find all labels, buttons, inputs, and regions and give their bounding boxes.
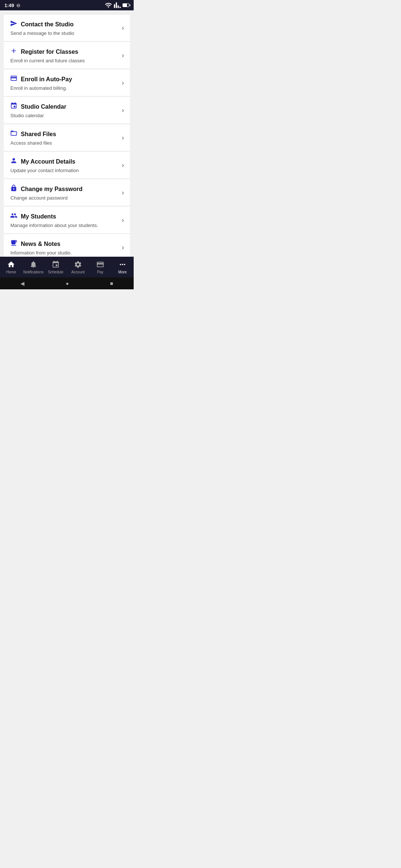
menu-item-left-my-account-details: My Account Details Update your contact i… [10, 157, 122, 173]
recents-button[interactable]: ■ [110, 280, 113, 286]
menu-item-icon-shared-files [10, 129, 18, 139]
menu-item-title-text-studio-calendar: Studio Calendar [21, 103, 66, 110]
nav-item-account[interactable]: Account [67, 257, 89, 277]
android-nav-bar: ◀ ● ■ [0, 277, 134, 289]
status-time: 1:49 [4, 3, 14, 8]
nav-label-home: Home [6, 270, 16, 274]
menu-item-title-my-account-details: My Account Details [10, 157, 122, 166]
menu-item-icon-my-students [10, 212, 18, 221]
menu-item-shared-files[interactable]: Shared Files Access shared files › [4, 124, 130, 151]
menu-item-contact-studio[interactable]: Contact the Studio Send a message to the… [4, 14, 130, 42]
nav-icon-pay [96, 260, 104, 270]
menu-item-chevron-studio-calendar: › [122, 106, 124, 114]
menu-item-chevron-register-classes: › [122, 52, 124, 59]
menu-item-title-text-change-password: Change my Password [21, 186, 82, 193]
menu-item-register-classes[interactable]: Register for Classes Enroll in current a… [4, 42, 130, 69]
menu-item-left-my-students: My Students Manage information about you… [10, 212, 122, 228]
menu-item-chevron-my-account-details: › [122, 161, 124, 169]
menu-item-chevron-shared-files: › [122, 134, 124, 142]
menu-item-title-change-password: Change my Password [10, 184, 122, 194]
nav-item-more[interactable]: More [111, 257, 134, 277]
menu-item-icon-enroll-autopay [10, 75, 18, 84]
menu-item-icon-news-notes [10, 239, 18, 249]
menu-item-title-enroll-autopay: Enroll in Auto-Pay [10, 75, 122, 84]
menu-item-icon-studio-calendar [10, 102, 18, 111]
nav-label-account: Account [71, 270, 85, 274]
menu-item-chevron-enroll-autopay: › [122, 79, 124, 87]
menu-item-title-text-register-classes: Register for Classes [21, 49, 78, 55]
menu-item-subtitle-change-password: Change account password [10, 195, 122, 201]
menu-item-studio-calendar[interactable]: Studio Calendar Studio calendar › [4, 97, 130, 124]
menu-item-title-text-enroll-autopay: Enroll in Auto-Pay [21, 76, 72, 83]
main-content: Contact the Studio Send a message to the… [0, 10, 134, 257]
nav-item-home[interactable]: Home [0, 257, 22, 277]
signal-icon [114, 1, 121, 9]
nav-item-notifications[interactable]: Notifications [22, 257, 45, 277]
menu-item-title-studio-calendar: Studio Calendar [10, 102, 122, 111]
nav-item-schedule[interactable]: Schedule [45, 257, 67, 277]
status-right [105, 1, 129, 9]
menu-item-title-text-my-students: My Students [21, 213, 56, 220]
nav-icon-notifications [29, 260, 38, 270]
menu-item-title-register-classes: Register for Classes [10, 47, 122, 56]
back-button[interactable]: ◀ [20, 280, 25, 286]
menu-item-icon-register-classes [10, 47, 18, 56]
menu-item-left-register-classes: Register for Classes Enroll in current a… [10, 47, 122, 63]
menu-item-icon-change-password [10, 184, 18, 194]
menu-item-chevron-contact-studio: › [122, 24, 124, 32]
menu-item-left-contact-studio: Contact the Studio Send a message to the… [10, 20, 122, 36]
menu-item-subtitle-contact-studio: Send a message to the studio [10, 30, 122, 36]
menu-item-enroll-autopay[interactable]: Enroll in Auto-Pay Enroll in automated b… [4, 69, 130, 96]
menu-item-subtitle-news-notes: Information from your studio. [10, 250, 122, 256]
status-bar: 1:49 ⊖ [0, 0, 134, 10]
nav-item-pay[interactable]: Pay [89, 257, 111, 277]
menu-item-left-change-password: Change my Password Change account passwo… [10, 184, 122, 201]
nav-icon-account [74, 260, 82, 270]
menu-item-subtitle-my-account-details: Update your contact information [10, 168, 122, 173]
menu-item-title-contact-studio: Contact the Studio [10, 20, 122, 29]
nav-label-more: More [118, 270, 127, 274]
battery-icon [123, 3, 129, 7]
menu-item-title-text-news-notes: News & Notes [21, 241, 61, 247]
menu-item-left-enroll-autopay: Enroll in Auto-Pay Enroll in automated b… [10, 75, 122, 91]
menu-item-title-text-my-account-details: My Account Details [21, 158, 75, 165]
menu-item-title-text-shared-files: Shared Files [21, 131, 56, 138]
wifi-icon [105, 1, 112, 9]
nav-label-schedule: Schedule [48, 270, 63, 274]
menu-item-subtitle-shared-files: Access shared files [10, 140, 122, 146]
menu-item-left-news-notes: News & Notes Information from your studi… [10, 239, 122, 256]
menu-item-chevron-my-students: › [122, 216, 124, 224]
menu-item-left-studio-calendar: Studio Calendar Studio calendar [10, 102, 122, 118]
nav-label-pay: Pay [97, 270, 103, 274]
bottom-nav: Home Notifications Schedule Account Pay … [0, 257, 134, 277]
menu-item-title-shared-files: Shared Files [10, 129, 122, 139]
menu-item-title-my-students: My Students [10, 212, 122, 221]
menu-item-subtitle-studio-calendar: Studio calendar [10, 113, 122, 118]
menu-item-subtitle-enroll-autopay: Enroll in automated billing. [10, 85, 122, 91]
menu-item-left-shared-files: Shared Files Access shared files [10, 129, 122, 146]
menu-item-chevron-change-password: › [122, 189, 124, 197]
menu-item-news-notes[interactable]: News & Notes Information from your studi… [4, 234, 130, 257]
menu-item-chevron-news-notes: › [122, 244, 124, 251]
menu-item-my-students[interactable]: My Students Manage information about you… [4, 207, 130, 234]
nav-icon-schedule [52, 260, 60, 270]
nav-icon-home [7, 260, 15, 270]
menu-item-title-news-notes: News & Notes [10, 239, 122, 249]
menu-item-title-text-contact-studio: Contact the Studio [21, 21, 74, 28]
status-left: 1:49 ⊖ [4, 3, 20, 8]
menu-item-subtitle-my-students: Manage information about your students. [10, 223, 122, 228]
menu-item-change-password[interactable]: Change my Password Change account passwo… [4, 179, 130, 206]
menu-item-icon-my-account-details [10, 157, 18, 166]
nav-icon-more [118, 260, 127, 270]
status-icon: ⊖ [16, 3, 20, 8]
menu-item-subtitle-register-classes: Enroll in current and future classes [10, 58, 122, 63]
home-button[interactable]: ● [66, 280, 69, 286]
menu-item-icon-contact-studio [10, 20, 18, 29]
nav-label-notifications: Notifications [23, 270, 43, 274]
menu-item-my-account-details[interactable]: My Account Details Update your contact i… [4, 152, 130, 179]
